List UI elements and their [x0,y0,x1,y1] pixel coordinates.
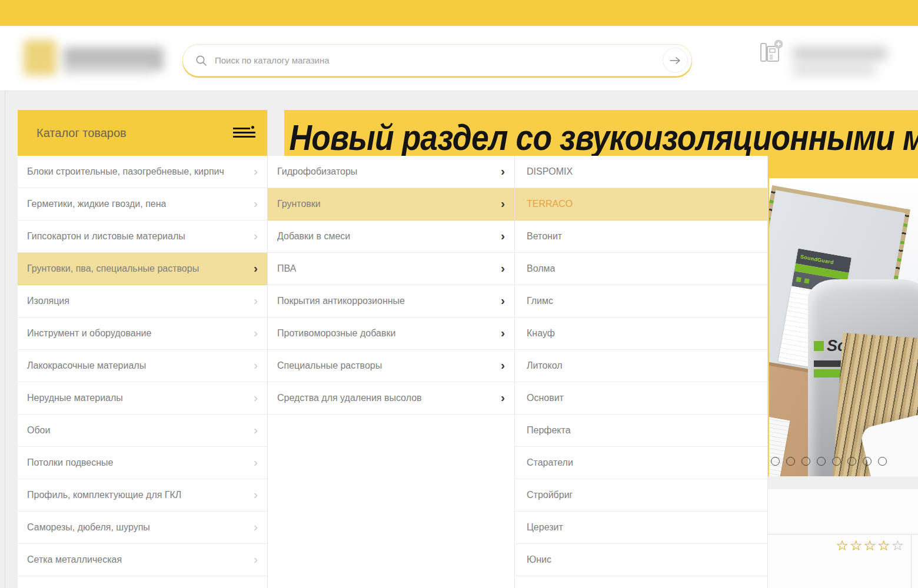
phone-fax-icon[interactable] [758,39,784,66]
carousel-dot[interactable] [863,457,872,466]
logo-subtext-blurred [64,65,152,74]
window-edge-line [5,26,5,588]
menu-item-label: ПВА [277,263,296,274]
menu-item-label: TERRACO [527,199,573,209]
catalog-menu-item[interactable]: Гипсокартон и листовые материалы › [18,220,267,253]
menu-item-label: Потолки подвесные [27,457,113,468]
carousel-dot[interactable] [847,457,856,466]
chevron-right-icon: › [501,197,505,211]
menu-item-label: Гидрофобизаторы [277,166,357,177]
brand-item[interactable]: Литокол [515,350,767,382]
top-nav [0,0,918,26]
carousel-dot[interactable] [786,457,795,466]
chevron-right-icon: › [254,229,258,243]
search-submit-button[interactable] [663,48,688,73]
search-input[interactable] [215,55,663,65]
store-logo[interactable] [18,34,168,81]
chevron-right-icon: › [254,197,258,211]
catalog-menu-item[interactable]: Саморезы, дюбеля, шурупы › [18,512,267,544]
chevron-right-icon: › [501,326,505,340]
catalog-header[interactable]: Каталог товаров [18,110,267,156]
menu-item-label: Грунтовки [277,199,321,209]
carousel-dot[interactable] [878,457,887,466]
brand-item[interactable]: Волма [515,253,767,285]
brand-item[interactable]: Стройбриг [515,479,767,512]
submenu-item[interactable]: ПВА › [268,253,514,285]
chevron-right-icon: › [501,229,505,243]
chevron-right-icon: › [501,391,505,405]
menu-item-label: Гипсокартон и листовые материалы [27,231,185,242]
submenu-item[interactable]: Средства для удаления высолов › [268,382,514,415]
chevron-right-icon: › [254,553,258,567]
submenu-item[interactable]: Специальные растворы › [268,350,514,382]
brand-item[interactable]: Перфекта [515,415,767,447]
menu-item-label: Основит [527,393,564,403]
menu-item-label: Средства для удаления высолов [277,393,422,403]
catalog-partial-row [18,576,267,588]
brand-item[interactable]: Основит [515,382,767,415]
star-icon: ☆ [863,539,876,553]
brand-item[interactable]: TERRACO [515,188,767,220]
carousel-dot[interactable] [817,457,826,466]
chevron-right-icon: › [254,359,258,373]
submenu-level-3: DISPOMIX TERRACO Ветонит Волма Глимс Кна… [515,156,768,588]
catalog-menu-item[interactable]: Сетка металлическая › [18,544,267,576]
submenu-item[interactable]: Покрытия антикоррозионные › [268,285,514,318]
menu-item-label: Глимс [527,296,553,306]
menu-item-label: Инструмент и оборудование [27,328,151,339]
catalog-menu-item[interactable]: Грунтовки, пва, специальные растворы › [18,253,267,285]
menu-item-label: Покрытия антикоррозионные [277,296,405,306]
brand-item[interactable]: Церезит [515,512,767,544]
brand-item[interactable]: Старатели [515,447,767,479]
menu-item-label: Блоки строительные, пазогребневые, кирпи… [27,166,224,177]
carousel-dot[interactable] [801,457,810,466]
catalog-menu-item[interactable]: Профиль, комплектующие для ГКЛ › [18,479,267,512]
submenu-item[interactable]: Добавки в смеси › [268,220,514,253]
logo-mark-blurred [24,40,56,75]
header [0,26,918,91]
menu-item-label: Профиль, комплектующие для ГКЛ [27,490,181,500]
search-icon [195,54,208,67]
menu-item-label: Грунтовки, пва, специальные растворы [27,263,199,274]
catalog-menu-item[interactable]: Потолки подвесные › [18,447,267,479]
menu-item-label: Лакокрасочные материалы [27,360,146,371]
catalog-menu-item[interactable]: Обои › [18,415,267,447]
star-icon: ☆ [891,539,904,553]
catalog-menu-item[interactable]: Инструмент и оборудование › [18,318,267,350]
carousel-dot[interactable] [771,457,780,466]
brand-item[interactable]: Глимс [515,285,767,318]
menu-item-label: Нерудные материалы [27,393,123,403]
catalog-menu-item[interactable]: Нерудные материалы › [18,382,267,415]
menu-item-label: Церезит [527,522,563,533]
menu-item-label: Старатели [527,457,573,468]
brand-item[interactable]: Кнауф [515,318,767,350]
brand-item[interactable]: Юнис [515,544,767,576]
submenu-item[interactable]: Гидрофобизаторы › [268,156,514,188]
menu-item-label: Обои [27,425,50,436]
chevron-right-icon: › [501,294,505,308]
menu-item-label: Противоморозные добавки [277,328,395,339]
catalog-items: Блоки строительные, пазогребневые, кирпи… [18,156,267,576]
chevron-right-icon: › [254,294,258,308]
catalog-title: Каталог товаров [36,126,127,140]
menu-item-label: Добавки в смеси [277,231,350,242]
carousel-dot[interactable] [832,457,841,466]
menu-item-label: Перфекта [527,425,571,436]
catalog-menu-item[interactable]: Лакокрасочные материалы › [18,350,267,382]
catalog-menu-item[interactable]: Изоляция › [18,285,267,318]
catalog-menu-item[interactable]: Блоки строительные, пазогребневые, кирпи… [18,156,267,188]
menu-item-label: Стройбриг [527,490,573,500]
star-icon: ☆ [836,539,849,553]
catalog-menu-item[interactable]: Герметики, жидкие гвозди, пена › [18,188,267,220]
page: Новый раздел со звукоизоляционными м Sou… [0,0,918,588]
brand-item[interactable]: Ветонит [515,220,767,253]
submenu-item[interactable]: Грунтовки › [268,188,514,220]
submenu-item[interactable]: Противоморозные добавки › [268,318,514,350]
products-section: ☆☆☆☆☆ [768,489,918,588]
chevron-right-icon: › [254,423,258,437]
star-icon: ☆ [877,539,890,553]
search-bar [182,44,692,76]
menu-item-label: Кнауф [527,328,555,339]
brand-item[interactable]: DISPOMIX [515,156,767,188]
chevron-right-icon: › [501,165,505,179]
